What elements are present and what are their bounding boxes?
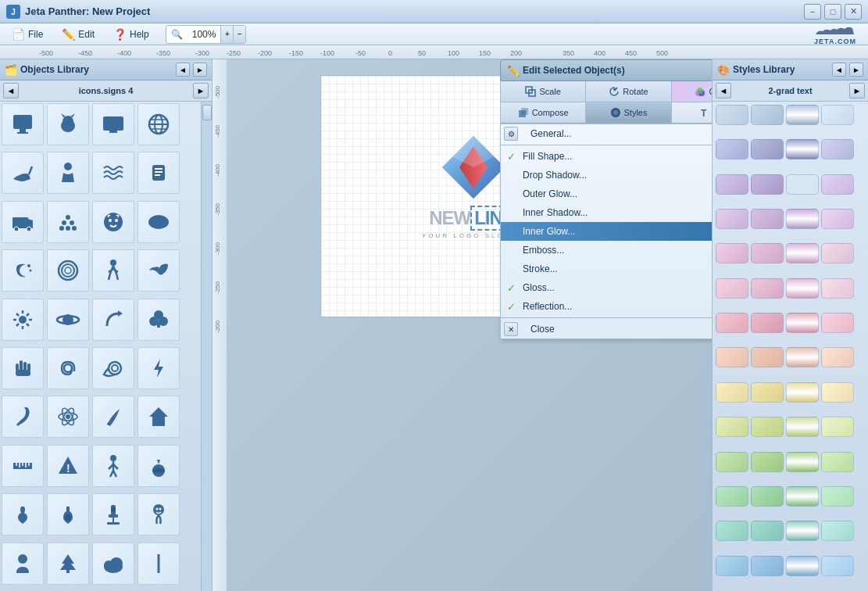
icon-snail[interactable] (92, 347, 134, 389)
gloss-menu-item[interactable]: ✓ Gloss... (501, 278, 712, 297)
icon-violin[interactable] (2, 493, 44, 535)
scale-button[interactable]: Scale (501, 81, 586, 102)
styles-nav-left[interactable]: ◄ (832, 63, 846, 77)
style-swatch-46[interactable] (786, 486, 819, 507)
icon-oval[interactable] (138, 201, 180, 243)
styles-button[interactable]: Styles (586, 102, 671, 123)
outer-glow-menu-item[interactable]: Outer Glow... (501, 184, 712, 203)
style-swatch-14[interactable] (786, 209, 819, 229)
icon-cat[interactable] (47, 103, 89, 145)
style-swatch-32[interactable] (716, 382, 748, 403)
style-swatch-34[interactable] (786, 382, 819, 403)
icon-sax[interactable] (2, 396, 44, 438)
icon-lightning[interactable] (138, 347, 180, 389)
icon-character[interactable] (138, 493, 180, 535)
style-swatch-42[interactable] (786, 452, 819, 472)
style-swatch-20[interactable] (716, 278, 748, 299)
style-swatch-54[interactable] (786, 556, 819, 576)
drop-shadow-menu-item[interactable]: Drop Shadow... (501, 166, 712, 184)
compose-button[interactable]: Compose (501, 102, 586, 123)
style-swatch-22[interactable] (786, 278, 819, 299)
icon-truck[interactable] (2, 201, 44, 243)
style-swatch-53[interactable] (751, 556, 784, 576)
style-swatch-37[interactable] (751, 417, 784, 437)
style-swatch-23[interactable] (821, 278, 854, 299)
icon-ruler[interactable] (2, 445, 44, 487)
style-swatch-10[interactable] (786, 174, 819, 195)
icon-moon[interactable] (2, 249, 44, 292)
icon-spiral[interactable] (47, 249, 89, 292)
style-swatch-28[interactable] (716, 347, 748, 367)
lib-next-button[interactable]: ► (193, 83, 209, 98)
icon-hand[interactable] (2, 347, 44, 389)
style-swatch-15[interactable] (821, 209, 854, 229)
inner-glow-menu-item[interactable]: Inner Glow... (501, 222, 712, 241)
maximize-button[interactable]: □ (824, 4, 841, 20)
style-swatch-1[interactable] (751, 105, 784, 125)
icon-ball[interactable] (138, 445, 180, 487)
icon-tv[interactable] (92, 103, 134, 145)
style-swatch-51[interactable] (821, 521, 854, 541)
style-swatch-43[interactable] (821, 452, 854, 472)
icon-person[interactable] (47, 152, 89, 194)
icon-bird[interactable] (138, 249, 180, 292)
style-swatch-55[interactable] (821, 556, 854, 576)
icon-tree[interactable] (47, 543, 89, 585)
style-swatch-45[interactable] (751, 486, 784, 507)
icon-atoms[interactable] (47, 396, 89, 438)
styles-next-button[interactable]: ► (849, 83, 865, 98)
style-swatch-2[interactable] (786, 105, 819, 125)
panel-nav-left[interactable]: ◄ (176, 63, 190, 77)
style-swatch-36[interactable] (716, 417, 748, 437)
style-swatch-40[interactable] (716, 452, 748, 472)
icon-feather[interactable] (92, 396, 134, 438)
icon-house[interactable] (138, 396, 180, 438)
style-swatch-52[interactable] (716, 556, 748, 576)
icon-clover[interactable] (138, 299, 180, 341)
lib-prev-button[interactable]: ◄ (3, 83, 19, 98)
style-swatch-16[interactable] (716, 243, 748, 263)
edit-menu[interactable]: ✏️ Edit (53, 25, 103, 44)
style-swatch-24[interactable] (716, 313, 748, 333)
style-swatch-12[interactable] (716, 209, 748, 229)
icon-face[interactable] (92, 201, 134, 243)
style-swatch-31[interactable] (821, 347, 854, 367)
icon-waves[interactable] (92, 152, 134, 194)
styles-prev-button[interactable]: ◄ (716, 83, 731, 98)
style-swatch-33[interactable] (751, 382, 784, 403)
icon-person2[interactable] (2, 543, 44, 585)
style-swatch-7[interactable] (821, 139, 854, 159)
general-menu-item[interactable]: ⚙ General... Ctrl S (501, 124, 712, 143)
icon-microscope[interactable] (92, 493, 134, 535)
style-swatch-27[interactable] (821, 313, 854, 333)
minimize-button[interactable]: − (804, 4, 821, 20)
style-swatch-41[interactable] (751, 452, 784, 472)
style-swatch-11[interactable] (821, 174, 854, 195)
icon-dancer[interactable] (92, 249, 134, 292)
stroke-menu-item[interactable]: Stroke... (501, 260, 712, 278)
panel-nav-right[interactable]: ► (193, 63, 207, 77)
icon-planet[interactable] (47, 299, 89, 341)
close-menu-item[interactable]: ✕ Close (501, 320, 712, 338)
colors-button[interactable]: Colors (672, 81, 712, 102)
icon-guitar[interactable] (47, 493, 89, 535)
emboss-menu-item[interactable]: Emboss... (501, 241, 712, 260)
style-swatch-18[interactable] (786, 243, 819, 263)
styles-nav-right[interactable]: ► (849, 63, 863, 77)
close-button[interactable]: ✕ (845, 4, 862, 20)
style-swatch-38[interactable] (786, 417, 819, 437)
icon-warning[interactable]: ! (47, 445, 89, 487)
style-swatch-35[interactable] (821, 382, 854, 403)
style-swatch-25[interactable] (751, 313, 784, 333)
rotate-button[interactable]: Rotate (586, 81, 671, 102)
help-menu[interactable]: ❓ Help (105, 25, 158, 44)
style-swatch-19[interactable] (821, 243, 854, 263)
icon-monitor[interactable] (2, 103, 44, 145)
style-swatch-49[interactable] (751, 521, 784, 541)
icon-sun-wheel[interactable] (2, 299, 44, 341)
style-swatch-47[interactable] (821, 486, 854, 507)
canvas-content[interactable]: NEW LINX YOUR LOGO SLOGAN ✏️ Edit Select… (227, 59, 712, 591)
style-swatch-13[interactable] (751, 209, 784, 229)
style-swatch-0[interactable] (716, 105, 748, 125)
icon-scroll[interactable] (138, 152, 180, 194)
